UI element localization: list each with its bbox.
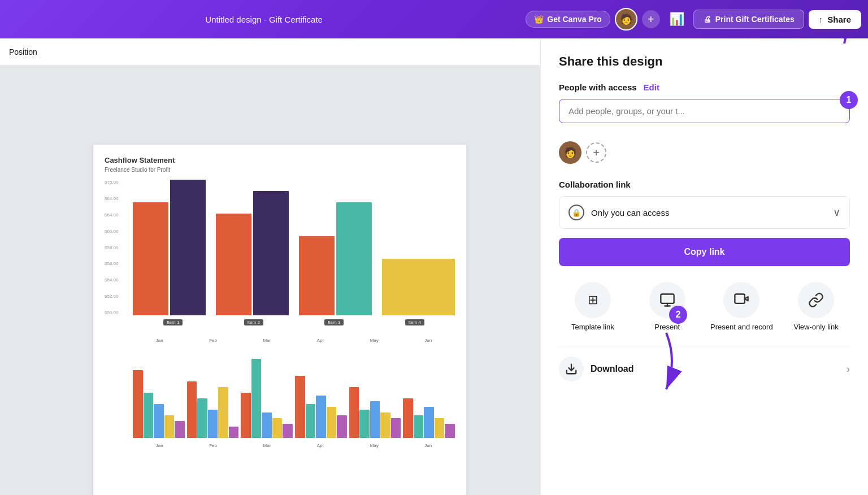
only-you-label: Only you can access [591, 208, 669, 218]
crown-icon: 👑 [534, 15, 544, 24]
share-title: Share this design [559, 54, 850, 69]
download-row[interactable]: Download › [559, 347, 850, 390]
add-person-button[interactable]: + [586, 142, 606, 163]
avatar-row: 🧑 + [559, 141, 850, 164]
template-link-icon: ⊞ [575, 282, 611, 318]
svg-rect-6 [735, 294, 745, 303]
collab-link-dropdown[interactable]: 🔒 Only you can access ∨ [559, 196, 850, 229]
bar-group-2 [216, 191, 289, 315]
copy-link-button[interactable]: Copy link [559, 238, 850, 266]
view-only-link-icon [798, 282, 834, 318]
people-access-row: People with access Edit [559, 82, 850, 92]
chart-icon[interactable]: 📊 [665, 10, 689, 29]
download-label: Download [591, 364, 633, 374]
view-only-link-label: View-only link [794, 323, 839, 331]
present-option[interactable]: Present [633, 282, 701, 331]
chart-subtitle: Freelance Studio for Profit [105, 167, 455, 173]
design-title: Untitled design - Gift Certificate [7, 15, 521, 24]
collaboration-link-label: Collaboration link [559, 180, 850, 189]
add-people-input[interactable] [559, 99, 850, 123]
position-label: Position [9, 47, 37, 57]
download-icon [559, 357, 584, 381]
share-icon: ↑ [819, 15, 823, 24]
template-link-option[interactable]: ⊞ Template link [559, 282, 627, 331]
avatar[interactable]: 🧑 [615, 8, 637, 31]
share-panel: Share this design People with access Edi… [540, 38, 868, 495]
people-access-label: People with access [559, 82, 637, 92]
share-options: 2 ⊞ Template link [559, 282, 850, 331]
present-record-icon [723, 282, 760, 318]
chevron-down-icon: ∨ [833, 206, 840, 219]
y-axis-upper: $75.00 $64.00 $64.00 $60.00 $58.00 $56.0… [105, 180, 127, 315]
edit-link[interactable]: Edit [644, 82, 659, 92]
lock-icon: 🔒 [568, 205, 584, 220]
header: Untitled design - Gift Certificate 👑 Get… [0, 0, 868, 38]
bar-group-4 [382, 259, 455, 315]
template-link-label: Template link [571, 323, 614, 331]
svg-rect-3 [661, 294, 674, 303]
get-canva-pro-button[interactable]: 👑 Get Canva Pro [526, 11, 610, 28]
add-button[interactable]: + [642, 10, 660, 28]
print-gift-certificates-button[interactable]: 🖨 Print Gift Certificates [693, 10, 804, 29]
bar-group-3 [299, 202, 372, 315]
svg-line-1 [844, 38, 853, 44]
share-button[interactable]: ↑ Share [809, 10, 861, 29]
user-avatar[interactable]: 🧑 [559, 141, 581, 164]
bar-group-1 [133, 180, 206, 315]
view-only-link-option[interactable]: View-only link [782, 282, 850, 331]
chart-canvas: Cashflow Statement Freelance Studio for … [93, 145, 466, 495]
print-icon: 🖨 [703, 15, 711, 24]
step-1-badge: 1 [840, 91, 858, 109]
present-icon [649, 282, 685, 318]
download-chevron-icon: › [847, 363, 850, 375]
chart-title: Cashflow Statement [105, 156, 455, 164]
present-record-label: Present and record [710, 323, 773, 331]
present-record-option[interactable]: Present and record [708, 282, 776, 331]
add-people-wrapper: 1 [559, 99, 850, 132]
present-label: Present [654, 323, 680, 331]
